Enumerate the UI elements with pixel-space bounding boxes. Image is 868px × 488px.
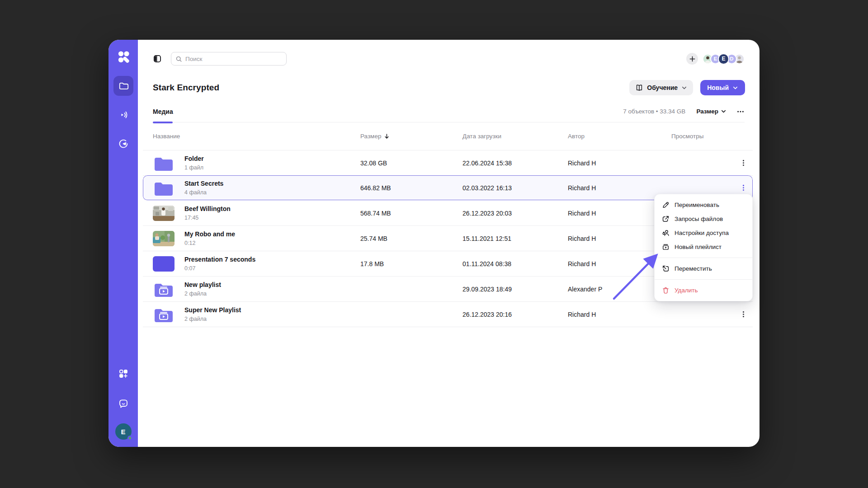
row-meta: 2 файла xyxy=(184,291,221,297)
row-name: Start Secrets xyxy=(184,180,223,188)
move-icon xyxy=(662,265,670,272)
table-row[interactable]: Super New Playlist 2 файла 26.12.2023 20… xyxy=(143,302,753,327)
row-name: Folder xyxy=(184,155,204,163)
search-icon xyxy=(175,56,182,62)
training-button-label: Обучение xyxy=(647,84,678,91)
topbar: EED xyxy=(138,52,760,66)
sidebar-item-live[interactable] xyxy=(113,105,133,125)
chevron-down-icon xyxy=(721,108,726,114)
row-date: 29.09.2023 18:49 xyxy=(462,286,568,293)
context-menu-item-label: Настройки доступа xyxy=(675,230,729,236)
file-request-icon xyxy=(662,215,670,223)
search-input[interactable] xyxy=(185,56,282,62)
row-name: Super New Playlist xyxy=(184,306,241,314)
context-menu-item-label: Запросы файлов xyxy=(675,216,723,222)
row-date: 15.11.2021 12:51 xyxy=(462,235,568,242)
row-menu-button[interactable] xyxy=(740,159,753,167)
page-title: Stark Encrypted xyxy=(153,83,219,93)
new-playlist-icon xyxy=(662,243,670,251)
row-author: Richard H xyxy=(568,184,671,192)
sidebar-item-support[interactable] xyxy=(113,394,133,413)
context-menu-item[interactable]: Переименовать xyxy=(655,198,752,212)
row-date: 26.12.2023 20:03 xyxy=(462,210,568,217)
row-meta: 4 файла xyxy=(184,189,223,196)
row-menu-button[interactable] xyxy=(740,184,753,192)
context-menu-item-label: Переименовать xyxy=(675,202,719,208)
add-member-button[interactable] xyxy=(686,53,698,65)
context-menu-item[interactable]: Запросы файлов xyxy=(655,212,752,226)
tabs-bar: Медиа 7 объектов • 33.34 GB Размер xyxy=(153,101,745,122)
row-meta: 0:07 xyxy=(184,265,255,272)
context-menu-item[interactable]: Удалить xyxy=(655,283,752,297)
search-box xyxy=(171,52,287,66)
folder-icon xyxy=(153,180,175,196)
chat-icon xyxy=(118,398,129,409)
play-waves-icon xyxy=(118,109,129,120)
column-size[interactable]: Размер xyxy=(360,133,381,140)
desktop-background: E xyxy=(0,0,868,488)
sidebar-item-media[interactable] xyxy=(113,76,133,96)
sort-arrow-down-icon xyxy=(384,133,390,139)
row-date: 02.03.2022 16:13 xyxy=(462,184,568,192)
row-author: Richard H xyxy=(568,311,671,318)
chevron-down-icon xyxy=(732,85,738,91)
access-settings-icon xyxy=(662,229,670,237)
collapse-sidebar-button[interactable] xyxy=(153,54,162,63)
user-avatar[interactable]: E xyxy=(115,423,132,440)
training-button[interactable]: Обучение xyxy=(629,80,693,95)
row-meta: 17:45 xyxy=(184,215,231,221)
row-date: 26.12.2023 20:16 xyxy=(462,311,568,318)
sort-label: Размер xyxy=(696,108,718,115)
column-name: Название xyxy=(153,133,180,140)
app-logo-icon[interactable] xyxy=(115,49,132,65)
context-menu-item-label: Удалить xyxy=(675,287,698,294)
row-meta: 1 файл xyxy=(184,164,204,171)
row-name: My Robo and me xyxy=(184,230,235,239)
context-menu-item-label: Переместить xyxy=(675,265,712,272)
pencil-icon xyxy=(662,201,670,209)
sidebar-item-analytics[interactable] xyxy=(113,134,133,154)
row-date: 01.11.2024 08:38 xyxy=(462,260,568,267)
table-header: Название Размер Дата загрузки Автор Прос… xyxy=(143,122,753,150)
folder-icon xyxy=(153,155,175,171)
context-menu-item[interactable]: Переместить xyxy=(655,262,752,276)
objects-summary: 7 объектов • 33.34 GB xyxy=(623,108,685,115)
page-header: Stark Encrypted Обучение Новый xyxy=(138,80,760,95)
row-size: 646.82 MB xyxy=(360,184,462,192)
avatar-stack: EED xyxy=(703,53,745,65)
plus-icon xyxy=(689,56,695,62)
sort-dropdown[interactable]: Размер xyxy=(696,108,726,115)
list-more-button[interactable] xyxy=(736,108,745,116)
sidebar: E xyxy=(108,40,138,447)
context-menu-item[interactable]: Настройки доступа xyxy=(655,226,752,240)
context-menu-item-label: Новый плейлист xyxy=(675,244,722,250)
user-avatar-initial: E xyxy=(121,428,125,436)
context-menu: Переименовать Запросы файлов Настройки д… xyxy=(654,194,753,301)
row-menu-button[interactable] xyxy=(740,310,753,318)
chevron-down-icon xyxy=(681,85,687,91)
tab-media[interactable]: Медиа xyxy=(153,101,173,122)
menu-divider xyxy=(655,258,752,258)
video-thumbnail xyxy=(153,256,175,272)
new-button[interactable]: Новый xyxy=(700,80,745,95)
table-row[interactable]: Folder 1 файл 32.08 GB 22.06.2024 15:38 … xyxy=(143,150,753,176)
book-icon xyxy=(635,84,643,92)
sidebar-toggle-icon xyxy=(153,54,162,63)
menu-divider xyxy=(655,279,752,280)
row-name: Presentation 7 seconds xyxy=(184,256,255,264)
folder-nav-icon xyxy=(118,80,129,91)
row-date: 22.06.2024 15:38 xyxy=(462,160,568,167)
tab-media-label: Медиа xyxy=(153,108,173,115)
kebab-icon xyxy=(740,184,747,192)
online-status-dot xyxy=(127,436,132,441)
context-menu-item[interactable]: Новый плейлист xyxy=(655,240,752,254)
column-author: Автор xyxy=(568,133,585,140)
video-thumbnail xyxy=(153,206,175,221)
kebab-icon xyxy=(740,159,747,167)
sidebar-item-apps[interactable] xyxy=(113,364,133,384)
row-name: New playlist xyxy=(184,281,221,289)
video-thumbnail xyxy=(153,231,175,246)
member-area: EED xyxy=(686,53,745,65)
playlist-folder-icon xyxy=(153,282,175,297)
avatar-e[interactable]: E xyxy=(718,53,729,65)
